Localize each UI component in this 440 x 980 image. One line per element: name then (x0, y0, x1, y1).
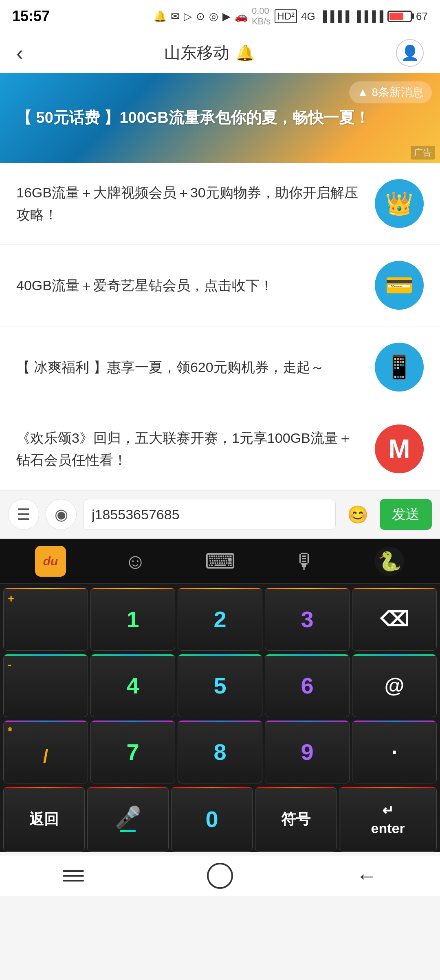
card-icon-2: 💳 (375, 261, 424, 310)
back-button[interactable]: ‹ (16, 41, 23, 65)
key-9[interactable]: 9 (265, 720, 350, 783)
key-row-1: + 1 2 3 ⌫ (3, 588, 437, 651)
media-icon: ▶ (222, 10, 231, 23)
key-3[interactable]: 3 (265, 588, 350, 651)
avatar-icon: 👤 (401, 44, 419, 61)
keyboard-keys: + 1 2 3 ⌫ - 4 (0, 584, 440, 852)
bell-icon[interactable]: 🔔 (235, 44, 255, 62)
key-6[interactable]: 6 (265, 654, 350, 717)
key-back-chinese[interactable]: 返回 (3, 787, 85, 852)
list-item[interactable]: 《欢乐颂3》回归，五大联赛开赛，1元享100GB流量＋钻石会员任性看！ M (0, 408, 440, 490)
input-area: ☰ ◉ 😊 发送 (0, 490, 440, 539)
page-title: 山东移动 (164, 42, 229, 64)
signal-2: ▐▐▐▐ (353, 10, 383, 23)
key-slash[interactable]: * / (3, 720, 88, 783)
status-icons: 🔔 ✉ ▷ ⊙ ◎ ▶ 🚗 0.00KB/s HD² 4G ▐▐▐▐ ▐▐▐▐ … (154, 6, 428, 27)
key-at[interactable]: @ (352, 654, 437, 717)
key-1[interactable]: 1 (90, 588, 175, 651)
crown-icon: 👑 (385, 190, 414, 217)
list-item[interactable]: 40GB流量＋爱奇艺星钻会员，点击收下！ 💳 (0, 245, 440, 326)
card-text-3: 【 冰爽福利 】惠享一夏，领620元购机券，走起～ (16, 356, 363, 378)
nav-home-button[interactable] (204, 860, 236, 892)
key-row-4: 返回 🎤 0 符号 ↵enter (3, 787, 437, 852)
home-icon (207, 863, 233, 889)
new-messages-badge[interactable]: ▲ 8条新消息 (349, 81, 432, 103)
key-7[interactable]: 7 (90, 720, 175, 783)
mail-icon: ✉ (171, 10, 180, 23)
card-text-4: 《欢乐颂3》回归，五大联赛开赛，1元享100GB流量＋钻石会员任性看！ (16, 427, 363, 471)
mic-underline (120, 830, 136, 832)
list-icon-button[interactable]: ☰ (8, 499, 39, 530)
network-4g: 4G (301, 10, 315, 23)
list-item[interactable]: 【 冰爽福利 】惠享一夏，领620元购机券，走起～ 📱 (0, 326, 440, 408)
key-row-2: - 4 5 6 @ (3, 654, 437, 717)
emoji-icon: 😊 (347, 505, 368, 525)
signal-1: ▐▐▐▐ (319, 10, 350, 23)
nav-bar: ‹ 山东移动 🔔 👤 (0, 33, 440, 73)
razer-snake-icon: 🐍 (378, 550, 401, 572)
key-row-3: * / 7 8 9 · (3, 720, 437, 783)
app-icon-3: 🚗 (235, 10, 248, 23)
mic-toolbar-button[interactable]: 🎙 (286, 543, 323, 580)
card-text-2: 40GB流量＋爱奇艺星钻会员，点击收下！ (16, 274, 363, 296)
card-text-1: 16GB流量＋大牌视频会员＋30元购物券，助你开启解压攻略！ (16, 182, 363, 226)
key-backspace[interactable]: ⌫ (352, 588, 437, 651)
app-icon-1: ⊙ (196, 10, 205, 23)
status-bar: 15:57 🔔 ✉ ▷ ⊙ ◎ ▶ 🚗 0.00KB/s HD² 4G ▐▐▐▐… (0, 0, 440, 33)
nav-title-area: 山东移动 🔔 (164, 42, 255, 64)
ad-label: 广告 (411, 146, 435, 160)
card-icon-4: M (375, 424, 424, 473)
send-button[interactable]: 发送 (380, 499, 432, 530)
key-minus[interactable]: - (3, 654, 88, 717)
keyboard-toolbar: du ☺ ⌨ 🎙 🐍 (0, 539, 440, 584)
back-arrow-icon: ← (356, 864, 377, 888)
bottom-nav: ← (0, 855, 440, 896)
key-symbols[interactable]: 符号 (255, 787, 337, 852)
voice-icon-button[interactable]: ◉ (46, 499, 77, 530)
key-mic[interactable]: 🎤 (87, 787, 169, 852)
banner-text: 【 50元话费 】100GB流量承包你的夏，畅快一夏！ (16, 107, 424, 129)
key-5[interactable]: 5 (178, 654, 262, 717)
content-area: 16GB流量＋大牌视频会员＋30元购物券，助你开启解压攻略！ 👑 40GB流量＋… (0, 163, 440, 490)
new-messages-count: 8条新消息 (372, 85, 424, 100)
up-arrow-icon: ▲ (357, 86, 369, 99)
nav-back-button[interactable]: ← (350, 860, 383, 892)
razer-logo: 🐍 (375, 547, 404, 576)
banner[interactable]: 【 50元话费 】100GB流量承包你的夏，畅快一夏！ ▲ 8条新消息 广告 (0, 73, 440, 163)
location-icon: ▷ (184, 10, 192, 23)
du-logo: du (35, 546, 66, 577)
key-dot[interactable]: · (352, 720, 437, 783)
mic-toolbar-icon: 🎙 (294, 549, 315, 573)
key-enter[interactable]: ↵enter (339, 787, 437, 852)
card-icon-3: 📱 (375, 343, 424, 392)
keyboard-layout-button[interactable]: ⌨ (202, 543, 238, 580)
list-item[interactable]: 16GB流量＋大牌视频会员＋30元购物券，助你开启解压攻略！ 👑 (0, 163, 440, 245)
status-time: 15:57 (12, 8, 50, 25)
emoji-toolbar-button[interactable]: ☺ (117, 543, 154, 580)
hd-icon: HD² (275, 9, 297, 23)
emoji-button[interactable]: 😊 (342, 499, 373, 530)
emoji-toolbar-icon: ☺ (124, 549, 146, 573)
key-0[interactable]: 0 (171, 787, 253, 852)
m-icon: M (388, 434, 410, 464)
keyboard: du ☺ ⌨ 🎙 🐍 + 1 2 (0, 539, 440, 852)
key-2[interactable]: 2 (178, 588, 262, 651)
key-4[interactable]: 4 (90, 654, 175, 717)
key-plus[interactable]: + (3, 588, 88, 651)
notification-icon: 🔔 (154, 10, 167, 23)
avatar-button[interactable]: 👤 (396, 39, 424, 67)
phone-icon: 📱 (385, 354, 414, 381)
battery-percent: 67 (416, 10, 428, 23)
nav-menu-button[interactable] (57, 860, 90, 892)
battery-fill (389, 13, 403, 20)
network-speed: 0.00KB/s (252, 6, 271, 27)
razer-button[interactable]: 🐍 (371, 543, 408, 580)
message-input[interactable] (83, 499, 336, 530)
keyboard-layout-icon: ⌨ (205, 549, 235, 573)
sim-icon: 💳 (385, 272, 414, 299)
key-8[interactable]: 8 (178, 720, 262, 783)
voice-icon: ◉ (55, 505, 68, 523)
list-icon: ☰ (17, 505, 31, 523)
battery-indicator (387, 11, 412, 22)
du-input-button[interactable]: du (32, 543, 69, 580)
